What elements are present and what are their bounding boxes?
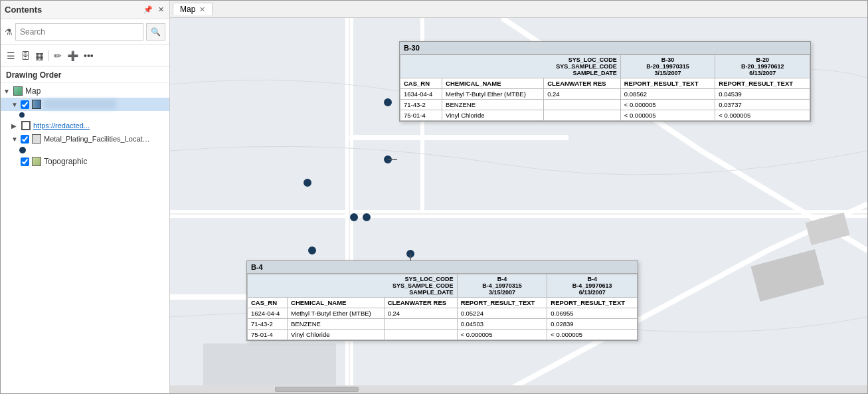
- b4-r2-r1: 0.04503: [457, 319, 547, 330]
- popup-b4-table: SYS_LOC_CODE SYS_SAMPLE_CODE SAMPLE_DATE…: [247, 274, 638, 340]
- b4-r2-cas: 71-43-2: [248, 319, 288, 330]
- list-view-button[interactable]: ☰: [5, 49, 17, 62]
- expand-layer1[interactable]: ▼: [11, 101, 21, 108]
- sidebar-title: Contents: [5, 5, 42, 15]
- layer-item-web[interactable]: ▶ https://redacted...: [1, 119, 169, 132]
- edit-button[interactable]: ✏: [52, 49, 64, 62]
- layer1-dot: [19, 112, 25, 118]
- b4-r1-name: Methyl T-Butyl Ether (MTBE): [288, 308, 385, 319]
- search-input[interactable]: [15, 23, 143, 41]
- database-button[interactable]: 🗄: [19, 49, 32, 62]
- map-tab[interactable]: Map ✕: [173, 3, 213, 15]
- search-button[interactable]: 🔍: [146, 23, 165, 41]
- scrollbar-thumb[interactable]: [275, 387, 359, 392]
- search-bar: ⚗ 🔍: [1, 19, 169, 45]
- dot-location-5[interactable]: [363, 213, 371, 221]
- dot-b4-anchor[interactable]: [406, 250, 414, 258]
- b4-r2-r2: 0.02839: [547, 319, 638, 330]
- b4-header-row: SYS_LOC_CODE SYS_SAMPLE_CODE SAMPLE_DATE…: [248, 274, 638, 298]
- layer1-name: redacted layer name: [44, 100, 116, 109]
- dot-location-4[interactable]: [350, 213, 358, 221]
- b30-ch-cw: CLEANWATER RES: [544, 78, 621, 89]
- metal-symbol: [1, 146, 169, 155]
- pin-icon[interactable]: 📌: [142, 4, 154, 15]
- layer-tree: ▼ Map ▼ redacted layer name: [1, 83, 169, 393]
- b30-row-3: 75-01-4 Vinyl Chloride < 0.000005 < 0.00…: [400, 110, 810, 121]
- b4-r3-name: Vinyl Chloride: [288, 330, 385, 340]
- web-layer-icon: [21, 120, 31, 131]
- b4-col2-header: B-4 B-4_19970613 6/13/2007: [547, 274, 638, 298]
- b30-col-headers: CAS_RN CHEMICAL_NAME CLEANWATER RES REPO…: [400, 78, 810, 89]
- popup-b30: B-30 SYS_LOC_CODE SYS_SAMPLE_CODE SAMPLE…: [399, 41, 811, 122]
- b30-r2-name: BENZENE: [442, 100, 544, 110]
- b4-r3-cw: [384, 330, 457, 340]
- filter-icon: ⚗: [5, 27, 13, 37]
- map-area: Map ✕: [170, 1, 867, 393]
- b30-header-row: SYS_LOC_CODE SYS_SAMPLE_CODE SAMPLE_DATE…: [400, 55, 810, 78]
- b4-col-headers: CAS_RN CHEMICAL_NAME CLEANWATER RES REPO…: [248, 298, 638, 308]
- svg-rect-15: [203, 344, 336, 390]
- layer-item-metal[interactable]: ▼ Metal_Plating_Facilities_Locations_2: [1, 132, 169, 146]
- b30-col2-header: B-20 B-20_19970612 6/13/2007: [715, 55, 810, 78]
- b30-r1-cas: 1634-04-4: [400, 89, 442, 100]
- map-scrollbar[interactable]: [170, 385, 867, 393]
- b4-ch-name: CHEMICAL_NAME: [288, 298, 385, 308]
- b30-ch-cas: CAS_RN: [400, 78, 442, 89]
- b4-r1-r1: 0.05224: [457, 308, 547, 319]
- sidebar-header-icons: 📌 ✕: [142, 4, 165, 15]
- map-canvas[interactable]: B-30 SYS_LOC_CODE SYS_SAMPLE_CODE SAMPLE…: [170, 18, 867, 393]
- b30-r3-cw: [544, 110, 621, 121]
- popup-b4: B-4 SYS_LOC_CODE SYS_SAMPLE_CODE SAMPLE_…: [246, 260, 638, 341]
- b30-r1-r2: 0.04539: [715, 89, 810, 100]
- layer-toolbar: ☰ 🗄 ▦ ✏ ➕ •••: [1, 45, 169, 66]
- sidebar-header: Contents 📌 ✕: [1, 1, 169, 19]
- b4-r1-cas: 1624-04-4: [248, 308, 288, 319]
- b30-r3-cas: 75-01-4: [400, 110, 442, 121]
- expand-map[interactable]: ▼: [3, 88, 13, 95]
- b4-col1-header: B-4 B-4_19970315 3/15/2007: [457, 274, 547, 298]
- b30-r1-r1: 0.08562: [620, 89, 715, 100]
- close-icon[interactable]: ✕: [157, 4, 165, 15]
- filter-button[interactable]: ▦: [33, 49, 46, 62]
- b4-ch-r1: REPORT_RESULT_TEXT: [457, 298, 547, 308]
- b30-col1-header: B-30 B-20_19970315 3/15/2007: [620, 55, 715, 78]
- metal-dot: [19, 147, 26, 153]
- layer-item-topo[interactable]: Topographic: [1, 155, 169, 168]
- dot-location-6[interactable]: [308, 246, 316, 254]
- map-tab-close[interactable]: ✕: [199, 5, 205, 14]
- b30-row-1: 1634-04-4 Methyl T-Butyl Ether (MTBE) 0.…: [400, 89, 810, 100]
- metal-checkbox[interactable]: [21, 135, 29, 144]
- layer1-checkbox[interactable]: [21, 100, 29, 109]
- b4-row-3: 75-01-4 Vinyl Chloride < 0.000005 < 0.00…: [248, 330, 638, 340]
- b30-ch-name: CHEMICAL_NAME: [442, 78, 544, 89]
- add-button[interactable]: ➕: [65, 49, 80, 62]
- layer1-icon: [31, 99, 42, 110]
- expand-metal[interactable]: ▼: [11, 136, 21, 143]
- dot-location-3[interactable]: [304, 179, 311, 187]
- b30-r3-r2: < 0.000005: [715, 110, 810, 121]
- b30-ch-r1: REPORT_RESULT_TEXT: [620, 78, 715, 89]
- layer-item-map[interactable]: ▼ Map: [1, 84, 169, 98]
- b4-r2-cw: [384, 319, 457, 330]
- map-tab-label: Map: [180, 5, 195, 14]
- b4-ch-r2: REPORT_RESULT_TEXT: [547, 298, 638, 308]
- more-button[interactable]: •••: [82, 49, 96, 62]
- b4-r3-r1: < 0.000005: [457, 330, 547, 340]
- map-tab-bar: Map ✕: [170, 1, 867, 18]
- map-layer-icon: [13, 86, 23, 96]
- b4-ch-cw: CLEANWATER RES: [384, 298, 457, 308]
- b4-r3-cas: 75-01-4: [248, 330, 288, 340]
- dot-location-2[interactable]: [384, 98, 392, 106]
- layer-name-web[interactable]: https://redacted...: [33, 122, 90, 130]
- b4-ch-cas: CAS_RN: [248, 298, 288, 308]
- b4-label-cell: SYS_LOC_CODE SYS_SAMPLE_CODE SAMPLE_DATE: [248, 274, 458, 298]
- app-container: Contents 📌 ✕ ⚗ 🔍 ☰ 🗄 ▦ ✏ ➕ ••• Drawing O…: [0, 0, 868, 394]
- layer-name-map: Map: [25, 86, 41, 96]
- dot-b30-anchor[interactable]: [384, 155, 392, 163]
- b4-r2-name: BENZENE: [288, 319, 385, 330]
- b4-r3-r2: < 0.000005: [547, 330, 638, 340]
- topo-checkbox[interactable]: [21, 157, 29, 166]
- b4-r1-r2: 0.06955: [547, 308, 638, 319]
- layer-item-1[interactable]: ▼ redacted layer name: [1, 98, 169, 111]
- expand-web[interactable]: ▶: [11, 122, 21, 130]
